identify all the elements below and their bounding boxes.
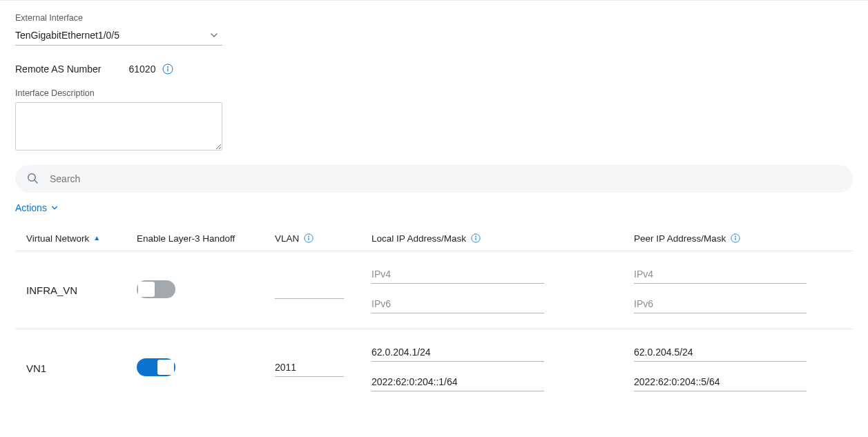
col-virtual-network-label: Virtual Network bbox=[26, 233, 89, 244]
col-virtual-network[interactable]: Virtual Network ▲ bbox=[26, 233, 137, 244]
peer-ipv4-input[interactable] bbox=[634, 344, 807, 362]
interface-description-label: Interface Description bbox=[15, 88, 853, 98]
vn-table: Virtual Network ▲ Enable Layer-3 Handoff… bbox=[15, 226, 853, 407]
table-header-row: Virtual Network ▲ Enable Layer-3 Handoff… bbox=[15, 226, 853, 251]
layer3-handoff-toggle[interactable] bbox=[137, 358, 175, 376]
remote-as-label: Remote AS Number bbox=[15, 64, 102, 75]
vn-name: INFRA_VN bbox=[26, 284, 137, 296]
info-icon[interactable] bbox=[162, 64, 173, 75]
table-row: INFRA_VN bbox=[15, 251, 853, 329]
chevron-down-icon bbox=[51, 202, 58, 213]
search-icon bbox=[26, 172, 39, 186]
local-ipv4-input[interactable] bbox=[372, 266, 544, 284]
col-local-ip-label: Local IP Address/Mask bbox=[372, 233, 466, 244]
actions-label: Actions bbox=[15, 202, 47, 213]
peer-ipv6-input[interactable] bbox=[634, 296, 807, 313]
svg-rect-2 bbox=[168, 68, 168, 72]
local-ipv6-input[interactable] bbox=[372, 296, 544, 313]
search-input[interactable] bbox=[48, 173, 842, 185]
external-interface-label: External Interface bbox=[15, 13, 853, 23]
peer-ipv4-input[interactable] bbox=[634, 266, 807, 284]
actions-dropdown[interactable]: Actions bbox=[15, 202, 58, 213]
remote-as-value: 61020 bbox=[129, 64, 156, 75]
external-interface-select[interactable] bbox=[15, 27, 222, 46]
info-icon[interactable] bbox=[303, 233, 314, 244]
col-vlan[interactable]: VLAN bbox=[275, 233, 372, 244]
local-ipv4-input[interactable] bbox=[372, 344, 544, 362]
col-peer-ip-label: Peer IP Address/Mask bbox=[634, 233, 726, 244]
vn-name: VN1 bbox=[26, 362, 137, 374]
info-icon[interactable] bbox=[470, 233, 481, 244]
col-layer3-handoff-label: Enable Layer-3 Handoff bbox=[137, 233, 235, 244]
svg-point-12 bbox=[735, 236, 737, 237]
sort-asc-icon: ▲ bbox=[93, 234, 100, 242]
vlan-input[interactable] bbox=[275, 360, 344, 377]
vlan-input[interactable] bbox=[275, 282, 344, 299]
svg-rect-13 bbox=[735, 237, 736, 240]
col-local-ip[interactable]: Local IP Address/Mask bbox=[372, 233, 634, 244]
svg-point-1 bbox=[168, 66, 169, 68]
svg-point-6 bbox=[308, 236, 309, 237]
external-interface-value[interactable] bbox=[15, 27, 222, 46]
info-icon[interactable] bbox=[730, 233, 741, 244]
svg-point-9 bbox=[475, 236, 476, 237]
col-vlan-label: VLAN bbox=[275, 233, 299, 244]
svg-rect-7 bbox=[309, 237, 309, 240]
search-bar[interactable] bbox=[15, 165, 853, 193]
svg-line-4 bbox=[35, 180, 37, 183]
interface-description-input[interactable] bbox=[15, 102, 222, 150]
col-layer3-handoff[interactable]: Enable Layer-3 Handoff bbox=[137, 233, 275, 244]
layer3-handoff-toggle[interactable] bbox=[137, 280, 175, 298]
local-ipv6-input[interactable] bbox=[372, 374, 544, 391]
col-peer-ip[interactable]: Peer IP Address/Mask bbox=[634, 233, 842, 244]
peer-ipv6-input[interactable] bbox=[634, 374, 807, 391]
table-row: VN1 bbox=[15, 329, 853, 407]
svg-rect-10 bbox=[476, 237, 476, 240]
